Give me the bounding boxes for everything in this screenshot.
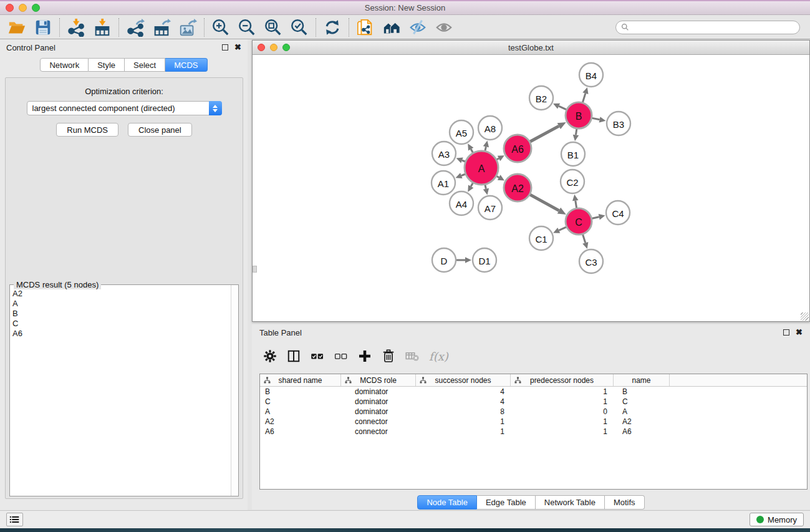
network-view-window: testGlobe.txt AA6A2BCA5A8A3A1A4A7B2B4B3B… <box>252 40 810 322</box>
result-scrollbar[interactable] <box>231 285 238 496</box>
mcds-result-item[interactable]: C <box>12 319 236 329</box>
table-row[interactable]: A6connector11A6 <box>260 427 807 437</box>
network-minimize-button[interactable] <box>270 44 277 51</box>
save-session-icon[interactable] <box>30 17 56 38</box>
tab-motifs[interactable]: Motifs <box>605 495 645 510</box>
close-window-button[interactable] <box>6 4 14 12</box>
zoom-window-button[interactable] <box>32 4 40 12</box>
refresh-icon[interactable] <box>319 17 345 38</box>
close-panel-icon[interactable]: ✖ <box>234 44 241 51</box>
column-header-name[interactable]: name <box>614 374 670 386</box>
network-zoom-button[interactable] <box>282 44 290 51</box>
graph-edge-arrowhead <box>465 257 471 263</box>
optimization-criterion-dropdown[interactable]: largest connected component (directed) <box>27 101 222 115</box>
show-column-panel-icon[interactable] <box>283 346 304 366</box>
tab-node-table[interactable]: Node Table <box>417 495 477 510</box>
network-window-titlebar[interactable]: testGlobe.txt <box>253 41 809 55</box>
column-header-MCDS-role[interactable]: MCDS role <box>341 374 416 386</box>
zoom-fit-icon[interactable] <box>260 17 286 38</box>
layout-home-icon[interactable] <box>378 17 405 38</box>
graph-node-label-B1: B1 <box>567 150 579 160</box>
canvas-divider-handle[interactable] <box>253 266 257 273</box>
tab-mcds[interactable]: MCDS <box>165 58 207 72</box>
table-cell: 1 <box>511 397 614 407</box>
graph-node-label-A1: A1 <box>438 178 449 189</box>
graph-edge-B-B3[interactable] <box>592 118 600 119</box>
memory-button[interactable]: Memory <box>750 513 804 526</box>
main-toolbar <box>0 16 810 39</box>
graph-edge-C-C4[interactable] <box>592 217 599 219</box>
tab-style[interactable]: Style <box>89 58 125 72</box>
float-panel-icon[interactable] <box>222 44 228 51</box>
minimize-window-button[interactable] <box>19 4 27 12</box>
graph-edge-C-C3[interactable] <box>583 235 586 243</box>
mcds-result-item[interactable]: A <box>12 299 236 309</box>
mcds-result-item[interactable]: A2 <box>12 289 236 299</box>
network-canvas[interactable]: AA6A2BCA5A8A3A1A4A7B2B4B3B1C2C4C1C3DD1 <box>253 55 809 321</box>
delete-column-trash-icon[interactable] <box>378 346 399 366</box>
mcds-result-item[interactable]: A6 <box>12 329 236 339</box>
table-body: Bdominator41BCdominator41CAdominator80AA… <box>260 387 807 437</box>
show-panels-list-icon[interactable] <box>6 513 23 526</box>
graph-edge-A-A7[interactable] <box>485 185 486 188</box>
tab-network[interactable]: Network <box>40 58 89 72</box>
graph-edge-B-B1[interactable] <box>576 129 576 135</box>
export-table-icon[interactable] <box>148 17 175 38</box>
open-session-icon[interactable] <box>4 17 30 38</box>
hide-graphics-details-icon[interactable] <box>405 17 431 38</box>
network-graph[interactable]: AA6A2BCA5A8A3A1A4A7B2B4B3B1C2C4C1C3DD1 <box>253 55 809 321</box>
table-row[interactable]: A2connector11A2 <box>260 417 807 427</box>
tab-network-table[interactable]: Network Table <box>536 495 605 510</box>
graph-edge-A2-C[interactable] <box>530 195 559 211</box>
run-mcds-button[interactable]: Run MCDS <box>56 123 118 137</box>
graph-edge-arrowhead <box>572 195 578 201</box>
table-row[interactable]: Adominator80A <box>260 407 807 417</box>
memory-label: Memory <box>768 515 797 525</box>
graph-edge-A-A3[interactable] <box>462 160 465 162</box>
zoom-in-icon[interactable] <box>208 17 234 38</box>
table-panel: Table Panel ✖ f(x) shared nameMCDS ro <box>252 324 810 510</box>
export-network-icon[interactable] <box>122 17 148 38</box>
column-header-successor-nodes[interactable]: successor nodes <box>416 374 511 386</box>
toolbar-separator <box>349 18 349 37</box>
table-settings-gear-icon[interactable] <box>259 346 281 366</box>
tab-select[interactable]: Select <box>125 58 165 72</box>
graph-edge-A-A5[interactable] <box>471 149 473 153</box>
graph-edge-A-A8[interactable] <box>485 147 486 150</box>
table-cell: A <box>260 407 341 417</box>
zoom-out-icon[interactable] <box>234 17 260 38</box>
table-row[interactable]: Cdominator41C <box>260 397 807 407</box>
graph-edge-C-C1[interactable] <box>559 227 566 230</box>
new-network-from-file-icon[interactable] <box>352 17 378 38</box>
graph-edge-B-B2[interactable] <box>559 106 566 110</box>
network-close-button[interactable] <box>258 44 265 51</box>
window-resize-grip[interactable] <box>801 312 809 321</box>
show-graphics-details-icon[interactable] <box>431 17 457 38</box>
select-all-rows-icon[interactable] <box>307 346 328 366</box>
graph-edge-A-A4[interactable] <box>471 183 473 186</box>
graph-edge-A-A2[interactable] <box>497 177 499 178</box>
zoom-selected-icon[interactable] <box>286 17 312 38</box>
table-row[interactable]: Bdominator41B <box>260 387 807 397</box>
mcds-result-item[interactable]: B <box>12 309 236 319</box>
search-input[interactable] <box>632 23 794 32</box>
graph-edge-A-A1[interactable] <box>461 174 465 175</box>
table-cell: 1 <box>416 427 511 437</box>
export-image-icon[interactable] <box>175 17 201 38</box>
tab-edge-table[interactable]: Edge Table <box>477 495 536 510</box>
float-table-panel-icon[interactable] <box>783 329 789 336</box>
graph-edge-B-B4[interactable] <box>582 94 585 102</box>
search-field[interactable] <box>615 21 800 34</box>
close-panel-button[interactable]: Close panel <box>128 123 192 137</box>
close-table-panel-icon[interactable]: ✖ <box>796 329 803 336</box>
column-header-shared-name[interactable]: shared name <box>260 374 341 386</box>
import-network-icon[interactable] <box>63 17 89 38</box>
graph-edge-A6-B[interactable] <box>530 126 559 142</box>
deselect-all-rows-icon[interactable] <box>330 346 352 366</box>
graph-edge-A-A6[interactable] <box>497 158 499 160</box>
graph-edge-C-C2[interactable] <box>576 201 577 208</box>
create-column-plus-icon[interactable] <box>354 346 375 366</box>
import-table-icon[interactable] <box>89 17 115 38</box>
table-toolbar: f(x) <box>259 344 803 368</box>
column-header-predecessor-nodes[interactable]: predecessor nodes <box>511 374 614 386</box>
